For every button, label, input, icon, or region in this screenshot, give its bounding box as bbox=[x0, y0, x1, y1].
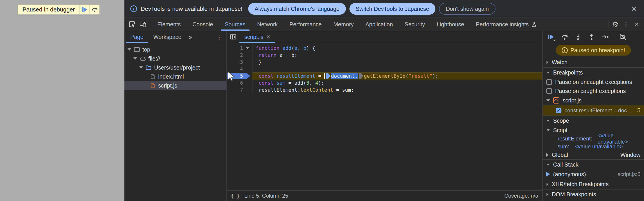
paused-status-row: i Paused on breakpoint bbox=[543, 43, 644, 57]
tree-item-top[interactable]: top bbox=[124, 45, 226, 54]
tab-performance-insights[interactable]: Performance insights bbox=[470, 18, 543, 30]
scope-variable-row: resultElement: <value unavailable> bbox=[543, 134, 644, 142]
line-number: 3 bbox=[227, 59, 243, 65]
tab-performance[interactable]: Performance bbox=[284, 18, 328, 30]
active-frame-icon bbox=[546, 172, 550, 176]
tab-security[interactable]: Security bbox=[399, 18, 431, 30]
frame-icon bbox=[134, 46, 140, 53]
chevron-down-icon bbox=[546, 72, 550, 74]
call-stack-frame[interactable]: (anonymous) script.js:5 bbox=[543, 170, 644, 179]
breakpoint-file-group[interactable]: <> script.js bbox=[543, 96, 644, 105]
chevron-right-icon bbox=[546, 193, 548, 196]
tree-item-script-js[interactable]: script.js bbox=[124, 81, 226, 90]
tab-network[interactable]: Network bbox=[251, 18, 284, 30]
continue-to-location-icon[interactable] bbox=[359, 74, 363, 79]
tab-elements[interactable]: Elements bbox=[152, 18, 186, 30]
inspect-icon bbox=[128, 21, 136, 28]
tree-item-file-protocol[interactable]: file:// bbox=[124, 54, 226, 63]
step-out-button[interactable] bbox=[586, 32, 597, 42]
breakpoint-entry[interactable]: ✓ const resultElement = doc… 5 bbox=[543, 105, 644, 116]
cloud-icon bbox=[139, 55, 146, 62]
js-script-icon: <> bbox=[553, 97, 560, 104]
toggle-device-toolbar-button[interactable] bbox=[138, 18, 148, 30]
deactivate-breakpoints-button[interactable] bbox=[618, 32, 628, 42]
code-line-1: 1 function add(a, b) { bbox=[227, 44, 542, 52]
navigator-tabbar: Page Workspace » ⋮ bbox=[124, 31, 226, 43]
tab-memory[interactable]: Memory bbox=[328, 18, 359, 30]
step-over-button[interactable] bbox=[89, 5, 99, 14]
section-watch[interactable]: Watch bbox=[543, 57, 644, 67]
breakpoint-flag[interactable]: 5 bbox=[227, 73, 250, 79]
breakpoint-enabled-checkbox[interactable]: ✓ bbox=[556, 108, 562, 113]
pause-caught-checkbox[interactable] bbox=[546, 88, 552, 94]
step-over-button[interactable] bbox=[560, 32, 570, 42]
debugger-sidebar: i Paused on breakpoint Watch Breakpoints… bbox=[543, 31, 644, 201]
file-icon bbox=[149, 73, 156, 80]
close-devtools-icon[interactable]: × bbox=[632, 18, 642, 30]
resume-icon bbox=[82, 7, 87, 12]
always-match-language-button[interactable]: Always match Chrome's language bbox=[248, 3, 346, 15]
navigator-menu-icon[interactable]: ⋮ bbox=[212, 31, 226, 43]
more-tabs-icon[interactable]: » bbox=[186, 31, 195, 43]
pause-caught-exceptions-row: Pause on caught exceptions bbox=[543, 86, 644, 96]
step-icon bbox=[601, 33, 609, 41]
close-tab-icon[interactable]: × bbox=[267, 34, 270, 40]
info-icon: i bbox=[130, 6, 137, 12]
scope-global-group[interactable]: Global Window bbox=[543, 150, 644, 159]
devtools-window: i DevTools is now available in Japanese!… bbox=[124, 0, 644, 201]
info-icon: i bbox=[562, 47, 568, 53]
navigator-tab-workspace[interactable]: Workspace bbox=[148, 31, 186, 43]
panel-toggle-icon bbox=[230, 33, 237, 40]
device-toolbar-icon bbox=[139, 21, 146, 28]
navigator-tab-page[interactable]: Page bbox=[125, 31, 148, 43]
tab-console[interactable]: Console bbox=[186, 18, 219, 30]
dont-show-again-button[interactable]: Don't show again bbox=[439, 3, 496, 15]
step-into-button[interactable] bbox=[573, 32, 583, 42]
cursor-position-label: Line 5, Column 25 bbox=[244, 193, 288, 199]
code-line-4: 4 bbox=[227, 66, 542, 72]
line-number: 4 bbox=[227, 66, 243, 72]
dropdown-corner-icon bbox=[554, 39, 555, 41]
chevron-down-icon bbox=[139, 66, 143, 69]
chevron-right-icon bbox=[546, 61, 548, 64]
section-scope[interactable]: Scope bbox=[543, 116, 644, 126]
tree-item-project-folder[interactable]: Users/user/project bbox=[124, 63, 226, 72]
tab-application[interactable]: Application bbox=[360, 18, 399, 30]
fold-arrow-icon[interactable] bbox=[246, 47, 249, 49]
pretty-print-icon[interactable]: { } bbox=[231, 193, 240, 199]
code-line-7: 7 resultElement.textContent = sum; bbox=[227, 86, 542, 94]
step-button[interactable] bbox=[600, 32, 610, 42]
continue-to-location-icon[interactable] bbox=[326, 74, 330, 79]
editor-tabbar: script.js × bbox=[227, 31, 542, 43]
tab-lighthouse[interactable]: Lighthouse bbox=[431, 18, 470, 30]
editor-tab-script-js[interactable]: script.js × bbox=[240, 31, 275, 43]
chevron-right-icon bbox=[546, 183, 548, 186]
coverage-label: Coverage: n/a bbox=[504, 193, 538, 199]
switch-to-japanese-button[interactable]: Switch DevTools to Japanese bbox=[350, 3, 436, 15]
toolbar-divider bbox=[150, 21, 150, 28]
inspect-element-button[interactable] bbox=[127, 18, 138, 30]
sources-panel: Page Workspace » ⋮ top bbox=[124, 31, 644, 201]
chevron-down-icon bbox=[134, 58, 137, 60]
toggle-navigator-button[interactable] bbox=[227, 31, 240, 43]
scope-variable-row: sum: <value unavailable> bbox=[543, 142, 644, 150]
resume-script-button[interactable] bbox=[546, 32, 556, 42]
step-into-icon bbox=[574, 33, 582, 41]
tab-sources[interactable]: Sources bbox=[219, 18, 251, 30]
section-call-stack[interactable]: Call Stack bbox=[543, 159, 644, 170]
settings-gear-icon[interactable]: ⚙ bbox=[610, 18, 620, 30]
resume-script-button[interactable] bbox=[80, 5, 89, 14]
editor-statusbar: { } Line 5, Column 25 Coverage: n/a bbox=[227, 190, 542, 201]
section-dom-breakpoints[interactable]: DOM Breakpoints bbox=[543, 189, 644, 199]
close-infobar-icon[interactable]: × bbox=[630, 4, 638, 14]
section-breakpoints[interactable]: Breakpoints bbox=[543, 67, 644, 78]
code-area[interactable]: 1 function add(a, b) { 2 return a + b; 3… bbox=[227, 43, 542, 190]
more-options-icon[interactable]: ⋮ bbox=[620, 18, 632, 30]
breakpoint-line-number: 5 bbox=[637, 107, 640, 114]
code-line-2: 2 return a + b; bbox=[227, 52, 542, 58]
tree-item-index-html[interactable]: index.html bbox=[124, 72, 226, 81]
highlighted-token[interactable]: document. bbox=[331, 73, 358, 79]
chevron-down-icon bbox=[546, 129, 550, 131]
section-xhr-breakpoints[interactable]: XHR/fetch Breakpoints bbox=[543, 179, 644, 189]
pause-uncaught-checkbox[interactable] bbox=[546, 79, 552, 85]
